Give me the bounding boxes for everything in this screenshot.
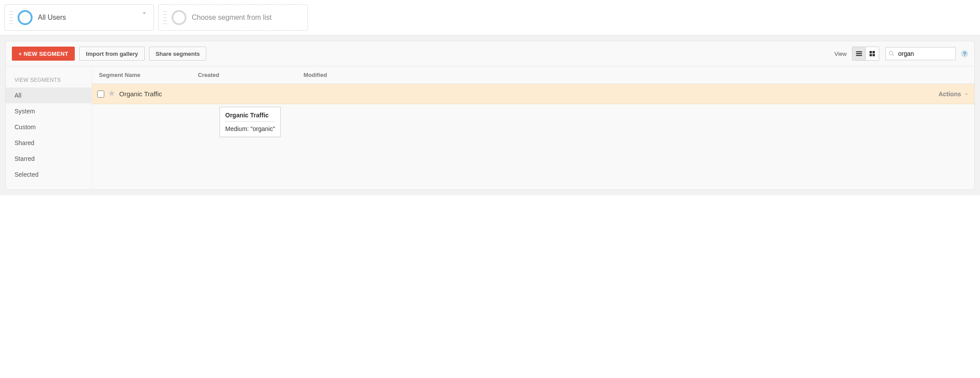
toolbar: + New Segment Import from gallery Share … xyxy=(6,41,974,66)
sidebar-item-system[interactable]: System xyxy=(6,103,91,119)
svg-rect-5 xyxy=(870,54,872,56)
svg-line-8 xyxy=(892,55,894,56)
view-label: View xyxy=(834,51,847,57)
col-header-actions xyxy=(904,66,974,84)
drag-handle-icon xyxy=(163,11,167,24)
search-wrap xyxy=(885,47,956,60)
help-icon[interactable]: ? xyxy=(961,50,968,57)
drag-handle-icon[interactable] xyxy=(9,11,13,24)
sidebar-item-selected[interactable]: Selected xyxy=(6,167,91,182)
svg-rect-0 xyxy=(856,51,862,52)
list-view-icon[interactable] xyxy=(852,47,866,60)
svg-rect-2 xyxy=(856,55,862,56)
segment-circle-icon xyxy=(18,10,33,25)
sidebar: VIEW SEGMENTS All System Custom Shared S… xyxy=(6,66,92,189)
segment-circle-icon xyxy=(172,10,186,25)
star-icon[interactable] xyxy=(108,89,116,98)
sidebar-item-all[interactable]: All xyxy=(6,87,91,103)
segment-chip-add-label: Choose segment from list xyxy=(192,14,271,22)
table-header: Segment Name Created Modified xyxy=(92,66,974,84)
sidebar-item-starred[interactable]: Starred xyxy=(6,151,91,167)
cell-created xyxy=(191,89,296,99)
content-area: Segment Name Created Modified Organic Tr… xyxy=(92,66,974,189)
view-toggle-group xyxy=(852,47,879,61)
row-actions-button[interactable]: Actions xyxy=(904,85,974,103)
tooltip-body: Medium: "organic" xyxy=(225,125,275,132)
cell-name: Organic Traffic xyxy=(92,84,191,104)
segment-chip-all-users[interactable]: All Users xyxy=(4,4,154,31)
segments-panel: + New Segment Import from gallery Share … xyxy=(5,41,975,190)
new-segment-button[interactable]: + New Segment xyxy=(12,47,75,61)
svg-rect-6 xyxy=(873,54,875,56)
sidebar-item-custom[interactable]: Custom xyxy=(6,119,91,135)
svg-rect-3 xyxy=(870,51,872,53)
svg-rect-4 xyxy=(873,51,875,53)
tooltip-title: Organic Traffic xyxy=(225,112,275,122)
row-checkbox[interactable] xyxy=(97,91,104,98)
sidebar-item-shared[interactable]: Shared xyxy=(6,135,91,151)
row-segment-name: Organic Traffic xyxy=(119,90,162,98)
share-segments-button[interactable]: Share segments xyxy=(149,47,206,61)
segment-chip-add[interactable]: Choose segment from list xyxy=(158,4,308,31)
import-gallery-button[interactable]: Import from gallery xyxy=(79,47,144,61)
grid-view-icon[interactable] xyxy=(866,47,879,60)
col-header-name[interactable]: Segment Name xyxy=(92,66,191,84)
segment-chip-label: All Users xyxy=(38,14,66,22)
chevron-down-icon[interactable] xyxy=(140,9,148,18)
svg-rect-1 xyxy=(856,53,862,54)
segment-tooltip: Organic Traffic Medium: "organic" xyxy=(219,107,281,137)
segment-chips-bar: All Users Choose segment from list xyxy=(0,0,980,34)
panel-body: VIEW SEGMENTS All System Custom Shared S… xyxy=(6,66,974,189)
panel-wrap: + New Segment Import from gallery Share … xyxy=(0,36,980,195)
table-row[interactable]: Organic Traffic Actions xyxy=(92,84,974,104)
search-input[interactable] xyxy=(885,47,956,60)
caret-down-icon xyxy=(964,91,969,97)
sidebar-header: VIEW SEGMENTS xyxy=(6,77,91,87)
search-icon xyxy=(888,50,895,57)
cell-modified xyxy=(296,89,904,99)
actions-label: Actions xyxy=(939,91,961,98)
svg-point-7 xyxy=(889,51,893,55)
col-header-modified[interactable]: Modified xyxy=(296,66,904,84)
col-header-created[interactable]: Created xyxy=(191,66,296,84)
